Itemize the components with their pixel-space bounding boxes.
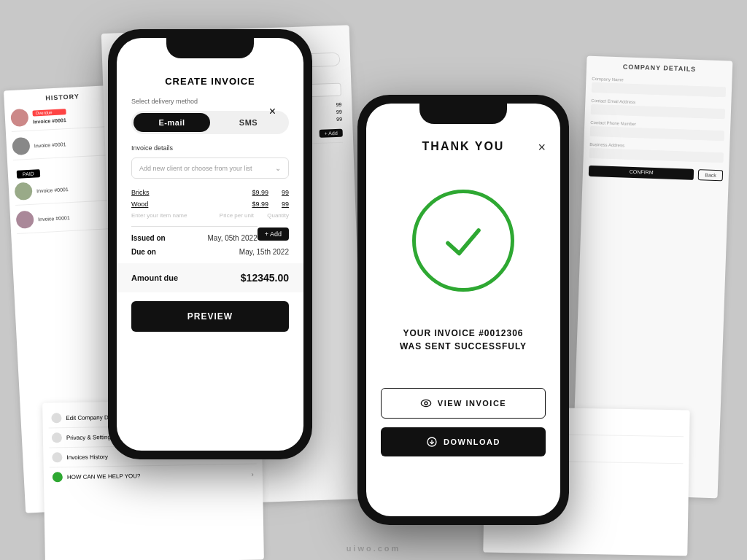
phone-notch: [419, 104, 507, 124]
history-title: HISTORY: [9, 91, 115, 104]
divider: [131, 226, 258, 227]
history-item: Invoice #0001: [15, 177, 120, 205]
avatar: [16, 211, 34, 229]
due-on-value: May, 15th 2022: [239, 248, 289, 256]
issued-on-label: Issued on: [131, 234, 166, 242]
invoice-label: Invoice #0001: [36, 187, 69, 193]
view-invoice-button[interactable]: VIEW INVOICE: [381, 388, 546, 419]
create-invoice-phone: CREATE INVOICE × Select delivery method …: [108, 29, 312, 459]
avatar: [10, 109, 28, 127]
invoice-title: CREATE INVOICE: [165, 76, 255, 87]
action-buttons: VIEW INVOICE DOWNLOAD: [381, 388, 546, 456]
back-btn-bg: Back: [698, 169, 723, 181]
item-name-placeholder: Enter your item name: [131, 212, 214, 219]
help-icon: [53, 472, 63, 482]
invoice-label: Invoice #0001: [34, 141, 66, 148]
paid-badge: PAID: [17, 169, 40, 179]
success-message: YOUR INVOICE #0012306 WAS SENT SUCCESSFU…: [400, 328, 527, 351]
company-name-field: Company Name: [592, 77, 727, 97]
due-on-label: Due on: [131, 248, 156, 256]
invoice-number-text: YOUR INVOICE #0012306: [400, 328, 527, 338]
edit-icon: [51, 413, 61, 423]
close-thankyou-button[interactable]: ×: [538, 140, 546, 155]
avatar: [15, 182, 33, 201]
download-label: DOWNLOAD: [444, 438, 500, 446]
confirm-btn-bg: CONFIRM: [589, 166, 694, 180]
add-btn-bg: + Add: [319, 129, 342, 138]
issued-on-value: May, 05th 2022: [208, 234, 258, 242]
price-placeholder: Price per unit: [220, 212, 254, 219]
privacy-icon: [52, 432, 62, 443]
line-items-list: Bricks $9.99 99 Wood $9.99 99 Enter your…: [131, 189, 289, 219]
line-item: Bricks $9.99 99: [131, 189, 289, 196]
amount-due-value: $12345.00: [241, 272, 289, 284]
thankyou-content: THANK YOU × YOUR INVOICE #0012306 WAS SE…: [366, 104, 560, 516]
svg-point-1: [425, 402, 427, 405]
phone-field: Contact Phone Number: [590, 120, 725, 141]
qty-placeholder: Quantity: [260, 212, 289, 219]
item-name: Bricks: [131, 189, 246, 196]
amount-section: Amount due $12345.00: [117, 263, 303, 292]
svg-point-0: [421, 400, 430, 406]
item-price: $9.99: [252, 189, 268, 196]
add-item-row: Enter your item name Price per unit Quan…: [131, 212, 289, 219]
history-item: Invoice #0001: [16, 206, 122, 233]
thankyou-header: THANK YOU ×: [381, 140, 546, 153]
phone-notch: [166, 38, 254, 58]
success-check-circle: [412, 190, 514, 292]
invoice-screen: CREATE INVOICE × Select delivery method …: [117, 38, 303, 451]
item-qty: 99: [274, 189, 289, 196]
delivery-toggle: E-mail SMS: [131, 111, 289, 134]
address-field: Business Address: [589, 142, 724, 163]
sent-successfully-text: WAS SENT SUCCESSFULY: [400, 341, 527, 351]
amount-due-label: Amount due: [131, 273, 178, 282]
company-title: COMPANY DETAILS: [592, 62, 727, 74]
client-select-dropdown[interactable]: Add new client or choose from your list …: [131, 158, 289, 179]
history-item: Overdue Invoice #0001: [10, 104, 116, 132]
email-toggle-button[interactable]: E-mail: [133, 113, 210, 132]
invoice-label: Invoice #0001: [33, 117, 66, 124]
overdue-badge: Overdue: [32, 109, 66, 116]
menu-item-help: HOW CAN WE HELP YOU? ›: [50, 464, 257, 487]
delivery-method-label: Select delivery method: [131, 98, 289, 105]
email-field: Contact Email Address: [591, 98, 726, 119]
view-invoice-label: VIEW INVOICE: [438, 399, 506, 408]
item-qty: 99: [274, 201, 289, 208]
download-icon: [426, 436, 438, 448]
download-button[interactable]: DOWNLOAD: [381, 427, 546, 456]
thankyou-phone: THANK YOU × YOUR INVOICE #0012306 WAS SE…: [357, 95, 569, 525]
checkmark-icon: [438, 215, 489, 266]
invoice-content: CREATE INVOICE × Select delivery method …: [117, 38, 303, 451]
due-on-row: Due on May, 15th 2022: [131, 248, 289, 256]
item-price: $9.99: [252, 201, 268, 208]
thankyou-title: THANK YOU: [422, 140, 505, 153]
eye-icon: [420, 397, 432, 409]
avatar: [12, 137, 30, 155]
item-name: Wood: [131, 201, 246, 208]
history-item: Invoice #0001: [12, 133, 117, 160]
watermark: uiwo.com: [347, 544, 401, 553]
line-item: Wood $9.99 99: [131, 201, 289, 208]
thankyou-screen-container: THANK YOU × YOUR INVOICE #0012306 WAS SE…: [366, 104, 560, 516]
add-item-button[interactable]: + Add: [258, 228, 289, 241]
client-placeholder: Add new client or choose from your list: [139, 165, 252, 172]
invoice-label: Invoice #0001: [38, 215, 70, 222]
invoice-details-label: Invoice details: [131, 144, 289, 152]
chevron-down-icon: ⌄: [275, 164, 281, 172]
preview-button[interactable]: PREVIEW: [131, 301, 289, 332]
issued-on-row: Issued on May, 05th 2022: [131, 234, 258, 242]
close-invoice-button[interactable]: ×: [269, 105, 276, 118]
invoices-icon: [52, 452, 62, 462]
